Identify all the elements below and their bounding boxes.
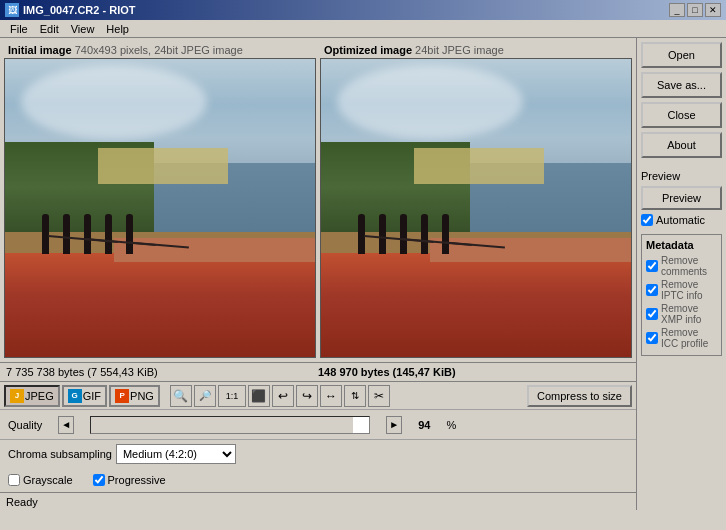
crop-button[interactable]: ✂ bbox=[368, 385, 390, 407]
initial-image-container bbox=[4, 58, 316, 358]
rotate-right-button[interactable]: ↪ bbox=[296, 385, 318, 407]
progressive-checkbox-item[interactable]: Progressive bbox=[93, 474, 166, 486]
quality-decrease-button[interactable]: ◄ bbox=[58, 416, 74, 434]
preview-section-label: Preview bbox=[641, 170, 722, 182]
optimized-image-container bbox=[320, 58, 632, 358]
meta-remove-xmp[interactable]: Remove XMP info bbox=[646, 303, 717, 325]
progressive-checkbox[interactable] bbox=[93, 474, 105, 486]
menu-file[interactable]: File bbox=[4, 22, 34, 36]
optimized-image-section: Optimized image 24bit JPEG image bbox=[320, 42, 632, 358]
menu-bar: File Edit View Help bbox=[0, 20, 726, 38]
jpeg-icon: J bbox=[10, 389, 24, 403]
bottom-options: Quality ◄ ► 94 % Chroma subsampling Medi… bbox=[0, 409, 636, 492]
initial-image-label: Initial image 740x493 pixels, 24bit JPEG… bbox=[4, 42, 316, 58]
grayscale-checkbox-item[interactable]: Grayscale bbox=[8, 474, 73, 486]
fit-button[interactable]: ⬛ bbox=[248, 385, 270, 407]
compress-button[interactable]: Compress to size bbox=[527, 385, 632, 407]
format-png-button[interactable]: P PNG bbox=[109, 385, 160, 407]
open-button[interactable]: Open bbox=[641, 42, 722, 68]
quality-value: 94 bbox=[418, 419, 430, 431]
quality-slider[interactable] bbox=[90, 416, 370, 434]
menu-view[interactable]: View bbox=[65, 22, 101, 36]
format-gif-button[interactable]: G GIF bbox=[62, 385, 107, 407]
quality-row: Quality ◄ ► 94 % bbox=[0, 409, 636, 439]
about-button[interactable]: About bbox=[641, 132, 722, 158]
original-size: 7 735 738 bytes (7 554,43 KiB) bbox=[6, 366, 318, 378]
flip-h-button[interactable]: ↔ bbox=[320, 385, 342, 407]
title-bar: 🖼 IMG_0047.CR2 - RIOT _ □ ✕ bbox=[0, 0, 726, 20]
zoom-100-button[interactable]: 1:1 bbox=[218, 385, 246, 407]
optimized-size: 148 970 bytes (145,47 KiB) bbox=[318, 366, 630, 378]
flip-v-button[interactable]: ⇅ bbox=[344, 385, 366, 407]
progressive-label: Progressive bbox=[108, 474, 166, 486]
file-info-bar: 7 735 738 bytes (7 554,43 KiB) 148 970 b… bbox=[0, 362, 636, 381]
gif-icon: G bbox=[68, 389, 82, 403]
grayscale-label: Grayscale bbox=[23, 474, 73, 486]
zoom-in-button[interactable]: 🔍 bbox=[170, 385, 192, 407]
preview-section: Preview Preview Automatic bbox=[641, 170, 722, 226]
optimized-image-label: Optimized image 24bit JPEG image bbox=[320, 42, 632, 58]
chroma-row: Chroma subsampling Medium (4:2:0) High (… bbox=[0, 440, 636, 468]
maximize-button[interactable]: □ bbox=[687, 3, 703, 17]
metadata-panel: Metadata Remove comments Remove IPTC inf… bbox=[641, 234, 722, 356]
chroma-label: Chroma subsampling bbox=[8, 448, 112, 460]
grayscale-checkbox[interactable] bbox=[8, 474, 20, 486]
metadata-title: Metadata bbox=[646, 239, 717, 251]
close-button[interactable]: Close bbox=[641, 102, 722, 128]
chroma-select[interactable]: Medium (4:2:0) High (4:4:4) Low (4:1:1) bbox=[116, 444, 236, 464]
toolbar: J JPEG G GIF P PNG 🔍 🔎 1:1 ⬛ ↩ ↪ ↔ ⇅ ✂ C… bbox=[0, 381, 636, 409]
content-area: Initial image 740x493 pixels, 24bit JPEG… bbox=[0, 38, 636, 510]
checkboxes-row: Grayscale Progressive bbox=[0, 468, 636, 492]
automatic-label: Automatic bbox=[656, 214, 705, 226]
rotate-left-button[interactable]: ↩ bbox=[272, 385, 294, 407]
close-window-button[interactable]: ✕ bbox=[705, 3, 721, 17]
quality-label: Quality bbox=[8, 419, 42, 431]
right-panel: Open Save as... Close About Preview Prev… bbox=[636, 38, 726, 510]
meta-remove-icc[interactable]: Remove ICC profile bbox=[646, 327, 717, 349]
menu-edit[interactable]: Edit bbox=[34, 22, 65, 36]
status-text: Ready bbox=[6, 496, 38, 508]
format-jpeg-button[interactable]: J JPEG bbox=[4, 385, 60, 407]
png-icon: P bbox=[115, 389, 129, 403]
save-as-button[interactable]: Save as... bbox=[641, 72, 722, 98]
auto-check[interactable]: Automatic bbox=[641, 214, 722, 226]
app-icon: 🖼 bbox=[5, 3, 19, 17]
window-title: IMG_0047.CR2 - RIOT bbox=[23, 4, 135, 16]
main-area: Initial image 740x493 pixels, 24bit JPEG… bbox=[0, 38, 726, 510]
automatic-checkbox[interactable] bbox=[641, 214, 653, 226]
status-bar: Ready bbox=[0, 492, 636, 510]
quality-increase-button[interactable]: ► bbox=[386, 416, 402, 434]
preview-button[interactable]: Preview bbox=[641, 186, 722, 210]
quality-unit: % bbox=[447, 419, 457, 431]
images-panel: Initial image 740x493 pixels, 24bit JPEG… bbox=[0, 38, 636, 362]
meta-remove-iptc[interactable]: Remove IPTC info bbox=[646, 279, 717, 301]
meta-remove-comments[interactable]: Remove comments bbox=[646, 255, 717, 277]
initial-image-section: Initial image 740x493 pixels, 24bit JPEG… bbox=[4, 42, 316, 358]
menu-help[interactable]: Help bbox=[100, 22, 135, 36]
minimize-button[interactable]: _ bbox=[669, 3, 685, 17]
zoom-out-button[interactable]: 🔎 bbox=[194, 385, 216, 407]
